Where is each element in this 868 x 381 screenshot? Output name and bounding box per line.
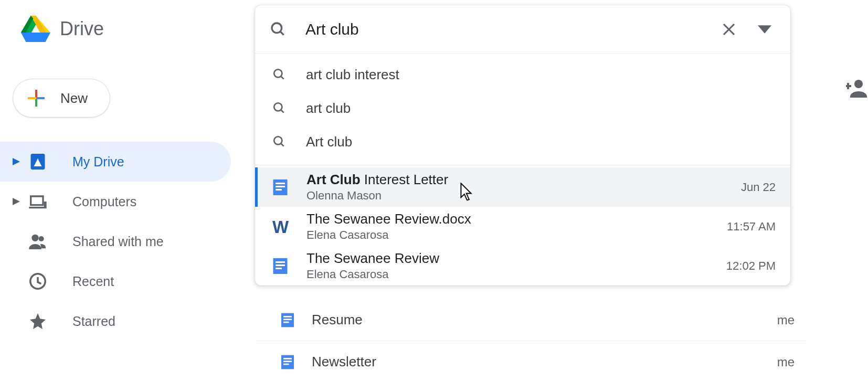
- drive-icon: [26, 150, 49, 173]
- word-icon: W: [270, 216, 291, 237]
- expand-icon[interactable]: [8, 158, 24, 165]
- result-meta: The Sewanee Review.docx Elena Casarosa: [306, 211, 727, 242]
- sidebar-item-my-drive[interactable]: My Drive: [0, 142, 231, 182]
- sidebar-item-starred[interactable]: Starred: [0, 301, 231, 341]
- svg-rect-11: [44, 202, 47, 207]
- docs-icon: [277, 310, 298, 331]
- search-suggestion[interactable]: art club interest: [255, 58, 790, 91]
- suggestion-text: Art club: [306, 134, 352, 150]
- svg-rect-41: [283, 361, 292, 362]
- file-list: Resume me Newsletter me: [257, 299, 805, 381]
- expand-icon[interactable]: [8, 198, 24, 205]
- result-owner: Elena Casarosa: [306, 228, 727, 242]
- search-panel: art club interest art club Art club Art …: [255, 5, 790, 285]
- svg-text:W: W: [272, 217, 289, 236]
- sidebar: New My Drive Computers Sh: [0, 79, 231, 341]
- svg-marker-1: [21, 33, 50, 42]
- svg-rect-38: [283, 321, 289, 323]
- svg-rect-32: [276, 261, 285, 263]
- sidebar-item-label: Computers: [72, 194, 136, 209]
- product-name: Drive: [60, 18, 104, 40]
- search-icon: [270, 135, 289, 149]
- search-result[interactable]: The Sewanee Review Elena Casarosa 12:02 …: [255, 246, 790, 285]
- drive-logo-icon: [21, 16, 50, 42]
- result-title: The Sewanee Review.docx: [306, 211, 727, 227]
- svg-marker-10: [13, 198, 20, 205]
- shared-icon: [26, 230, 49, 253]
- sidebar-item-label: Starred: [72, 314, 115, 329]
- svg-point-20: [274, 69, 282, 77]
- result-time: 11:57 AM: [727, 220, 776, 234]
- svg-point-43: [854, 80, 863, 88]
- result-time: Jun 22: [741, 181, 776, 194]
- svg-point-13: [39, 236, 44, 241]
- file-title: Resume: [312, 312, 777, 328]
- svg-rect-28: [276, 186, 285, 187]
- svg-rect-40: [283, 358, 292, 359]
- result-owner: Olenna Mason: [306, 189, 741, 203]
- search-input[interactable]: [305, 20, 717, 38]
- file-title: Newsletter: [312, 354, 777, 370]
- svg-rect-34: [276, 268, 282, 269]
- result-time: 12:02 PM: [726, 259, 776, 273]
- svg-point-15: [272, 23, 282, 33]
- svg-line-23: [281, 110, 283, 112]
- separator: [255, 165, 790, 165]
- svg-point-24: [274, 136, 282, 144]
- search-suggestions: art club interest art club Art club: [255, 54, 790, 163]
- search-icon: [270, 68, 289, 81]
- search-bar: [255, 5, 790, 54]
- search-suggestion[interactable]: art club: [255, 91, 790, 125]
- sidebar-item-label: Shared with me: [72, 234, 164, 249]
- sidebar-item-label: Recent: [72, 274, 114, 289]
- search-result[interactable]: Art Club Interest Letter Olenna Mason Ju…: [255, 167, 790, 207]
- svg-rect-7: [28, 97, 36, 99]
- result-title: Art Club Interest Letter: [306, 172, 741, 188]
- docs-icon: [270, 256, 291, 277]
- result-title: The Sewanee Review: [306, 250, 726, 267]
- nav: My Drive Computers Shared with me Recent: [0, 142, 231, 341]
- svg-point-22: [274, 103, 282, 111]
- result-meta: The Sewanee Review Elena Casarosa: [306, 250, 726, 281]
- sidebar-item-label: My Drive: [72, 154, 124, 170]
- search-options-button[interactable]: [754, 18, 776, 40]
- suggestion-text: art club: [306, 100, 351, 117]
- new-button[interactable]: New: [13, 79, 110, 118]
- file-owner: me: [777, 313, 795, 327]
- computers-icon: [26, 190, 49, 213]
- svg-rect-42: [283, 363, 289, 365]
- suggestion-text: art club interest: [306, 67, 399, 83]
- file-row[interactable]: Newsletter me: [257, 341, 805, 381]
- sidebar-item-recent[interactable]: Recent: [0, 261, 231, 301]
- svg-rect-45: [847, 83, 849, 89]
- svg-marker-19: [758, 25, 771, 34]
- search-icon[interactable]: [270, 21, 287, 38]
- result-owner: Elena Casarosa: [306, 268, 726, 281]
- star-icon: [26, 310, 49, 333]
- recent-icon: [26, 270, 49, 293]
- svg-line-21: [281, 76, 283, 79]
- svg-rect-5: [35, 90, 37, 98]
- search-icon: [270, 101, 289, 115]
- search-results: Art Club Interest Letter Olenna Mason Ju…: [255, 167, 790, 285]
- file-row[interactable]: Resume me: [257, 299, 805, 341]
- plus-icon: [27, 89, 46, 108]
- clear-search-button[interactable]: [717, 17, 741, 41]
- svg-rect-27: [276, 183, 285, 184]
- search-result[interactable]: W The Sewanee Review.docx Elena Casarosa…: [255, 207, 790, 246]
- docs-icon: [270, 177, 291, 198]
- search-suggestion[interactable]: Art club: [255, 125, 790, 158]
- file-owner: me: [777, 355, 795, 369]
- logo[interactable]: Drive: [21, 16, 104, 42]
- docs-icon: [277, 352, 298, 373]
- svg-rect-33: [276, 264, 285, 266]
- sidebar-item-computers[interactable]: Computers: [0, 182, 231, 221]
- new-button-label: New: [60, 90, 88, 107]
- sidebar-item-shared[interactable]: Shared with me: [0, 221, 231, 261]
- add-person-icon[interactable]: [846, 76, 868, 101]
- svg-line-16: [280, 31, 284, 35]
- svg-rect-36: [283, 316, 292, 318]
- result-meta: Art Club Interest Letter Olenna Mason: [306, 172, 741, 203]
- svg-point-12: [31, 235, 38, 241]
- svg-line-25: [281, 143, 283, 146]
